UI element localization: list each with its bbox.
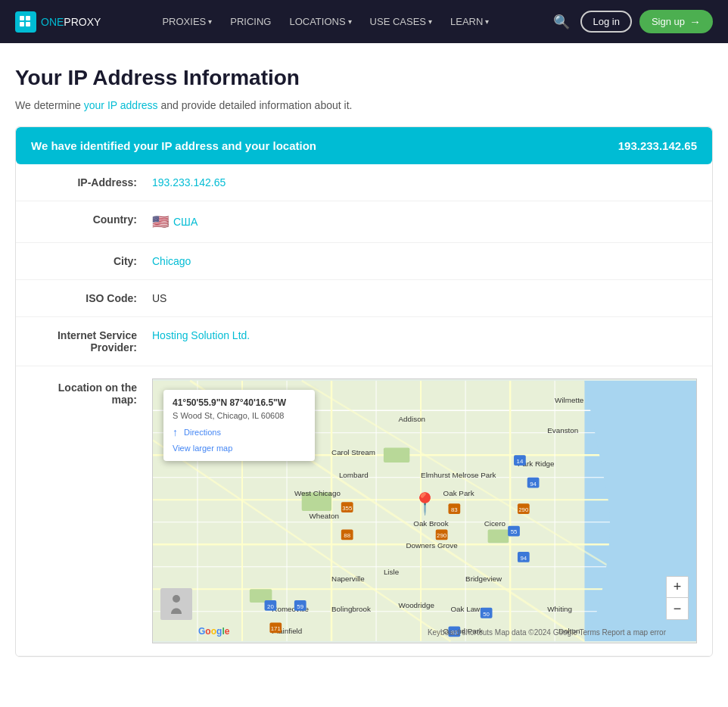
svg-text:14: 14 [517, 458, 524, 465]
svg-text:Elmhurst Melrose Park: Elmhurst Melrose Park [421, 471, 496, 479]
page-title: Your IP Address Information [15, 66, 713, 90]
google-logo: Google [198, 626, 229, 637]
ip-value[interactable]: 193.233.142.65 [152, 176, 226, 188]
info-banner: We have identified your IP address and y… [16, 127, 712, 164]
map-footer-text: Keyboard shortcuts Map data ©2024 Google… [428, 628, 666, 637]
street-view-control[interactable] [160, 588, 192, 620]
svg-text:Bolingbrook: Bolingbrook [331, 605, 371, 613]
svg-text:88: 88 [344, 532, 350, 539]
svg-text:Bridgeview: Bridgeview [465, 575, 502, 583]
ip-address-link[interactable]: your IP address [84, 99, 158, 111]
map-address: S Wood St, Chicago, IL 60608 [173, 411, 306, 420]
svg-text:Wilmette: Wilmette [555, 396, 584, 404]
nav-use-cases[interactable]: USE CASES ▾ [362, 10, 440, 33]
login-button[interactable]: Log in [580, 11, 631, 33]
svg-rect-30 [384, 447, 409, 463]
directions-link[interactable]: Directions [184, 428, 221, 437]
country-row: Country: 🇺🇸 США [16, 201, 712, 243]
nav-locations[interactable]: LOCATIONS ▾ [282, 10, 359, 33]
nav-proxies[interactable]: PROXIES ▾ [154, 10, 219, 33]
logo-text: ONEPROXY [41, 16, 101, 28]
ip-info-container: We have identified your IP address and y… [15, 126, 713, 657]
banner-ip: 193.233.142.65 [618, 139, 697, 152]
map-zoom-controls: + − [666, 576, 689, 620]
svg-text:Addison: Addison [399, 415, 426, 423]
search-button[interactable]: 🔍 [550, 11, 573, 33]
signup-button[interactable]: Sign up → [639, 10, 713, 33]
city-value[interactable]: Chicago [152, 255, 191, 267]
svg-text:94: 94 [530, 481, 537, 487]
logo-icon [15, 11, 36, 33]
page-subtitle: We determine your IP address and provide… [15, 99, 713, 111]
city-label: City: [31, 255, 152, 267]
banner-text: We have identified your IP address and y… [31, 139, 316, 152]
nav-learn[interactable]: LEARN ▾ [443, 10, 496, 33]
map-coords: 41°50'55.9"N 87°40'16.5"W [173, 397, 306, 408]
svg-text:Wheaton: Wheaton [310, 512, 339, 520]
svg-rect-1 [26, 16, 30, 20]
svg-text:Downers Grove: Downers Grove [406, 541, 458, 550]
svg-rect-0 [20, 16, 24, 20]
map-popup: 41°50'55.9"N 87°40'16.5"W S Wood St, Chi… [163, 390, 315, 461]
iso-row: ISO Code: US [16, 280, 712, 317]
svg-text:Whiting: Whiting [547, 605, 572, 613]
nav-pricing[interactable]: PRICING [222, 10, 278, 33]
ip-label: IP-Address: [31, 176, 152, 188]
flag-icon: 🇺🇸 [152, 213, 169, 230]
map-marker: 📍 [412, 491, 438, 516]
svg-text:83: 83 [451, 506, 458, 513]
svg-text:Lisle: Lisle [384, 568, 400, 576]
svg-text:Naperville: Naperville [331, 575, 365, 583]
svg-text:171: 171 [271, 625, 281, 632]
svg-text:West Chicago: West Chicago [294, 489, 341, 497]
svg-text:290: 290 [437, 532, 447, 539]
nav-actions: 🔍 Log in Sign up → [550, 10, 713, 33]
svg-text:Woodridge: Woodridge [399, 601, 435, 609]
map-popup-actions: ↑ Directions [173, 426, 306, 438]
svg-text:50: 50 [483, 611, 490, 618]
map-label: Location on themap: [31, 378, 152, 406]
svg-text:Evanston: Evanston [547, 426, 578, 434]
logo[interactable]: ONEPROXY [15, 11, 101, 33]
chevron-down-icon: ▾ [208, 17, 212, 26]
ip-address-row: IP-Address: 193.233.142.65 [16, 164, 712, 201]
isp-row: Internet Service Provider: Hosting Solut… [16, 317, 712, 366]
svg-text:Oak Brook: Oak Brook [413, 519, 449, 528]
svg-text:290: 290 [518, 506, 529, 513]
iso-value: US [152, 292, 166, 304]
country-label: Country: [31, 213, 152, 226]
svg-text:355: 355 [342, 505, 353, 512]
svg-text:Carol Stream: Carol Stream [331, 448, 375, 456]
svg-text:Oak Lawn: Oak Lawn [450, 605, 484, 613]
svg-text:Cicero: Cicero [484, 519, 506, 528]
country-name[interactable]: США [173, 216, 198, 228]
zoom-out-button[interactable]: − [667, 598, 688, 619]
svg-text:59: 59 [297, 603, 303, 610]
svg-text:55: 55 [511, 528, 518, 535]
svg-text:Oak Park: Oak Park [443, 489, 474, 497]
nav-links: PROXIES ▾ PRICING LOCATIONS ▾ USE CASES … [154, 10, 496, 33]
isp-value[interactable]: Hosting Solution Ltd. [152, 329, 250, 341]
chevron-down-icon: ▾ [348, 17, 352, 26]
map-container[interactable]: Wilmette Evanston Park Ridge Addison Car… [152, 378, 697, 643]
isp-label: Internet Service Provider: [31, 329, 152, 354]
directions-icon: ↑ [173, 426, 178, 438]
svg-text:Lombard: Lombard [339, 471, 369, 479]
svg-text:20: 20 [267, 603, 274, 610]
city-row: City: Chicago [16, 243, 712, 280]
map-row: Location on themap: [16, 366, 712, 656]
navbar: ONEPROXY PROXIES ▾ PRICING LOCATIONS ▾ U… [0, 0, 728, 43]
chevron-down-icon: ▾ [485, 17, 489, 26]
svg-point-85 [173, 595, 180, 603]
svg-text:94: 94 [520, 555, 527, 562]
svg-rect-2 [20, 22, 24, 26]
larger-map-link[interactable]: View larger map [173, 444, 232, 453]
svg-rect-32 [488, 530, 509, 543]
iso-label: ISO Code: [31, 292, 152, 304]
main-content: Your IP Address Information We determine… [0, 43, 728, 695]
chevron-down-icon: ▾ [428, 17, 432, 26]
svg-rect-3 [26, 22, 30, 26]
arrow-right-icon: → [689, 15, 701, 28]
country-value: 🇺🇸 США [152, 213, 198, 230]
zoom-in-button[interactable]: + [667, 577, 688, 598]
